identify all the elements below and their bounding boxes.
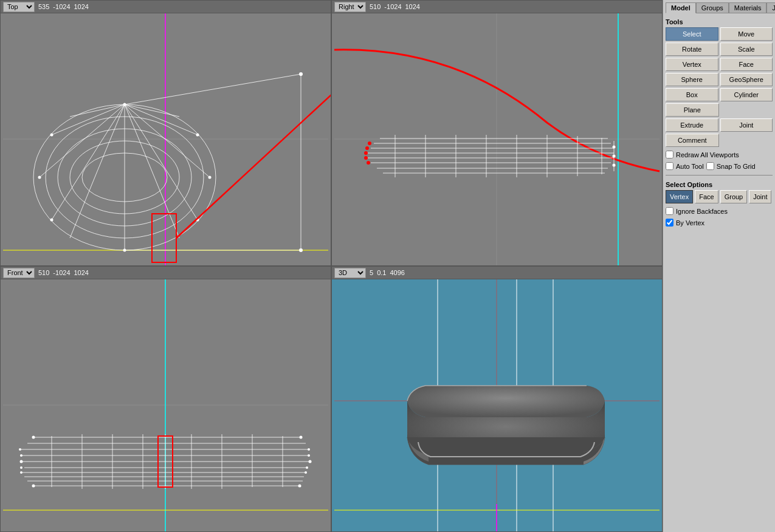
- viewport-front-num2: -1024: [53, 269, 70, 276]
- ignore-backfaces-row: Ignore Backfaces: [666, 207, 773, 215]
- tools-label: Tools: [666, 18, 773, 26]
- viewport-right-content[interactable]: [332, 13, 662, 265]
- rotate-button[interactable]: Rotate: [666, 43, 718, 56]
- viewport-3d-header: 3DTopFrontRight 5 0.1 4096: [332, 267, 662, 279]
- svg-point-91: [32, 436, 35, 439]
- viewport-top-num2: -1024: [53, 3, 70, 10]
- box-button[interactable]: Box: [666, 88, 718, 101]
- viewport-right-svg: [332, 13, 662, 265]
- redraw-row: Redraw All Viewports: [666, 151, 773, 159]
- svg-point-63: [613, 155, 616, 158]
- viewport-front-header: FrontTopRight3D 510 -1024 1024: [1, 267, 331, 279]
- svg-point-30: [50, 219, 53, 222]
- so-vertex-button[interactable]: Vertex: [666, 190, 693, 203]
- main-container: TopFrontRight3D 535 -1024 1024: [0, 0, 775, 532]
- comment-row: Comment: [666, 134, 773, 147]
- viewport-right: RightTopFront3D 510 -1024 1024: [331, 0, 663, 266]
- viewport-3d-svg: [332, 279, 662, 531]
- svg-point-102: [305, 471, 307, 474]
- viewport-front-content[interactable]: [1, 279, 331, 531]
- comment-button[interactable]: Comment: [666, 134, 719, 147]
- viewport-front-svg: [1, 279, 331, 531]
- tab-materials[interactable]: Materials: [729, 2, 767, 13]
- viewport-top-num1: 535: [38, 3, 49, 10]
- svg-point-100: [306, 466, 308, 469]
- bottom-viewport-row: FrontTopRight3D 510 -1024 1024: [0, 266, 663, 532]
- select-options-row: Vertex Face Group Joint: [666, 190, 773, 203]
- by-vertex-row: By Vertex: [666, 219, 773, 227]
- tab-joints[interactable]: Joints: [766, 2, 775, 13]
- svg-point-57: [364, 151, 368, 155]
- so-group-button[interactable]: Group: [720, 190, 748, 203]
- svg-point-25: [299, 72, 303, 76]
- vertex-button[interactable]: Vertex: [666, 58, 718, 71]
- viewports-area: TopFrontRight3D 535 -1024 1024: [0, 0, 663, 532]
- auto-tool-label: Auto Tool: [676, 163, 704, 170]
- tab-model[interactable]: Model: [666, 2, 696, 13]
- sphere-geosphere-row: Sphere GeoSphere: [666, 73, 773, 86]
- auto-tool-checkbox[interactable]: [666, 162, 673, 170]
- svg-point-64: [613, 164, 616, 167]
- svg-point-99: [308, 454, 310, 457]
- redraw-label: Redraw All Viewports: [676, 151, 739, 159]
- plane-button[interactable]: Plane: [666, 103, 719, 117]
- snap-to-grid-checkbox[interactable]: [706, 162, 714, 170]
- select-button[interactable]: Select: [666, 27, 718, 41]
- auto-snap-row: Auto Tool Snap To Grid: [666, 162, 773, 170]
- svg-point-28: [208, 176, 212, 179]
- viewport-top-content[interactable]: [1, 13, 331, 265]
- viewport-front-dropdown[interactable]: FrontTopRight3D: [3, 268, 35, 278]
- geosphere-button[interactable]: GeoSphere: [720, 73, 773, 86]
- svg-point-33: [123, 249, 126, 252]
- sphere-button[interactable]: Sphere: [666, 73, 718, 86]
- svg-point-89: [20, 460, 23, 463]
- viewport-3d-dropdown[interactable]: 3DTopFrontRight: [334, 268, 366, 278]
- viewport-3d-content[interactable]: [332, 279, 662, 531]
- scale-button[interactable]: Scale: [720, 43, 773, 56]
- svg-point-92: [300, 436, 303, 439]
- redraw-checkbox[interactable]: [666, 151, 673, 159]
- extrude-joint-row: Extrude Joint: [666, 118, 773, 132]
- svg-point-60: [367, 161, 370, 165]
- vertex-face-row: Vertex Face: [666, 58, 773, 71]
- svg-point-27: [38, 176, 41, 179]
- snap-to-grid-label: Snap To Grid: [717, 163, 756, 170]
- joint-button[interactable]: Joint: [720, 118, 773, 132]
- rotate-scale-row: Rotate Scale: [666, 43, 773, 56]
- box-cylinder-row: Box Cylinder: [666, 88, 773, 101]
- tab-groups[interactable]: Groups: [696, 2, 729, 13]
- by-vertex-checkbox[interactable]: [666, 219, 673, 227]
- tab-bar: Model Groups Materials Joints: [666, 2, 773, 13]
- right-panel: Model Groups Materials Joints Tools Sele…: [663, 0, 775, 532]
- viewport-3d-num3: 4096: [390, 269, 404, 276]
- so-joint-button[interactable]: Joint: [749, 190, 771, 203]
- select-options-label: Select Options: [666, 181, 773, 188]
- by-vertex-label: By Vertex: [676, 219, 704, 227]
- viewport-front-num1: 510: [38, 269, 49, 276]
- viewport-right-header: RightTopFront3D 510 -1024 1024: [332, 1, 662, 13]
- extrude-button[interactable]: Extrude: [666, 118, 718, 132]
- viewport-3d: 3DTopFrontRight 5 0.1 4096: [331, 266, 663, 532]
- face-button[interactable]: Face: [720, 58, 773, 71]
- svg-point-96: [20, 466, 22, 469]
- viewport-front: FrontTopRight3D 510 -1024 1024: [0, 266, 331, 532]
- svg-point-101: [308, 448, 310, 451]
- viewport-top-dropdown[interactable]: TopFrontRight3D: [3, 2, 35, 12]
- viewport-top-num3: 1024: [74, 3, 89, 10]
- svg-point-90: [309, 460, 312, 463]
- svg-point-62: [613, 146, 616, 149]
- select-move-row: Select Move: [666, 27, 773, 41]
- svg-point-61: [368, 142, 371, 145]
- svg-point-93: [32, 485, 35, 488]
- top-viewport-row: TopFrontRight3D 535 -1024 1024: [0, 0, 663, 266]
- viewport-top: TopFrontRight3D 535 -1024 1024: [0, 0, 331, 266]
- move-button[interactable]: Move: [720, 27, 773, 41]
- so-face-button[interactable]: Face: [695, 190, 718, 203]
- ignore-backfaces-checkbox[interactable]: [666, 207, 673, 215]
- svg-point-94: [298, 485, 301, 488]
- viewport-right-dropdown[interactable]: RightTopFront3D: [334, 2, 366, 12]
- svg-point-98: [20, 471, 22, 474]
- svg-point-59: [365, 146, 369, 150]
- plane-row: Plane: [666, 103, 773, 117]
- cylinder-button[interactable]: Cylinder: [720, 88, 773, 101]
